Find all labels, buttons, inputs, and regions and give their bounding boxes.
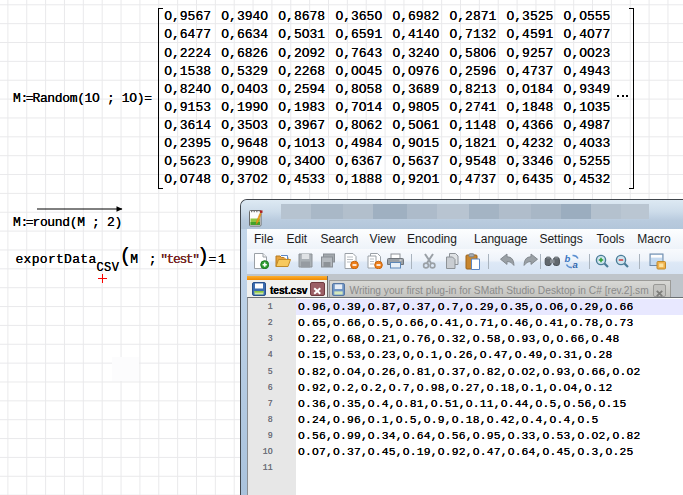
svg-text:a: a bbox=[573, 259, 578, 270]
svg-text:b: b bbox=[565, 253, 571, 264]
